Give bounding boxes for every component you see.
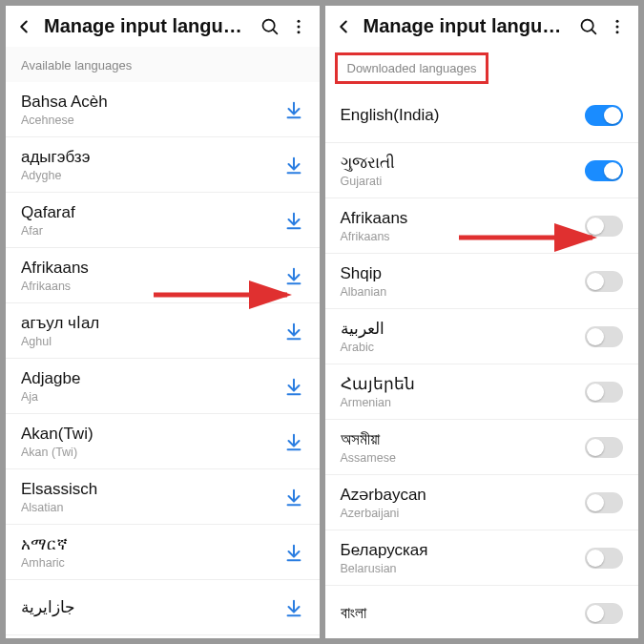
language-labels: AdjagbeAja: [21, 369, 283, 404]
download-icon[interactable]: [283, 542, 304, 563]
language-labels: ગુજરાતીGujarati: [341, 154, 586, 188]
language-secondary: Aghul: [21, 335, 283, 348]
language-primary: አማርኛ: [21, 535, 283, 554]
download-icon[interactable]: [283, 487, 304, 508]
list-item[interactable]: ՀայերենArmenian: [325, 364, 639, 420]
language-primary: агъул чӏал: [21, 313, 283, 333]
list-item[interactable]: አማርኛAmharic: [6, 525, 320, 580]
svg-line-1: [273, 30, 277, 33]
list-item[interactable]: العربيةArabic: [325, 309, 639, 364]
list-item[interactable]: AzərbaycanAzerbaijani: [325, 475, 639, 530]
language-labels: агъул чӏалAghul: [21, 313, 283, 348]
language-list-downloaded[interactable]: English(India)ગુજરાતીGujaratiAfrikaansAf…: [325, 88, 639, 638]
language-toggle[interactable]: [585, 437, 623, 458]
language-labels: QafarafAfar: [21, 203, 283, 238]
more-icon[interactable]: [289, 17, 308, 36]
language-toggle[interactable]: [585, 548, 623, 569]
language-primary: Հայերեն: [341, 374, 586, 394]
language-toggle[interactable]: [585, 382, 623, 403]
language-secondary: Adyghe: [21, 169, 283, 182]
list-item[interactable]: ShqipAlbanian: [325, 254, 639, 309]
list-item[interactable]: AfrikaansAfrikaans: [6, 248, 320, 303]
language-toggle[interactable]: [585, 326, 623, 347]
language-primary: адыгэбзэ: [21, 148, 283, 167]
list-item[interactable]: বাংলা: [325, 586, 639, 638]
language-toggle[interactable]: [585, 105, 623, 126]
language-secondary: Belarusian: [341, 562, 586, 575]
language-secondary: Afrikaans: [21, 280, 283, 293]
back-icon[interactable]: [13, 16, 34, 37]
language-toggle[interactable]: [585, 603, 623, 624]
language-labels: ՀայերենArmenian: [341, 374, 586, 409]
list-item[interactable]: QafarafAfar: [6, 193, 320, 248]
phone-right: Manage input langua… Downloaded language…: [325, 6, 639, 638]
list-item[interactable]: БеларускаяBelarusian: [325, 530, 639, 586]
list-item[interactable]: Bahsa AcèhAcehnese: [6, 82, 320, 137]
language-secondary: Aja: [21, 390, 283, 404]
language-secondary: Assamese: [341, 451, 586, 465]
svg-point-3: [297, 25, 300, 28]
back-icon[interactable]: [333, 16, 354, 37]
page-title: Manage input langua…: [44, 15, 250, 37]
appbar: Manage input langua…: [6, 6, 320, 47]
language-primary: Akan(Twi): [21, 425, 283, 444]
svg-point-29: [616, 25, 619, 28]
language-labels: AfrikaansAfrikaans: [341, 209, 586, 243]
list-item[interactable]: ગુજરાતીGujarati: [325, 143, 639, 198]
list-item[interactable]: অসমীয়াAssamese: [325, 420, 639, 475]
language-secondary: Amharic: [21, 556, 283, 570]
language-primary: Azərbaycan: [341, 485, 586, 505]
download-icon[interactable]: [283, 431, 304, 452]
more-icon[interactable]: [608, 17, 627, 36]
language-primary: বাংলা: [341, 604, 586, 623]
section-header-downloaded: Downloaded languages: [335, 52, 489, 84]
language-primary: Adjagbe: [21, 369, 283, 388]
language-labels: جازايرية: [21, 597, 283, 617]
list-item[interactable]: агъул чӏалAghul: [6, 303, 320, 359]
download-icon[interactable]: [283, 99, 304, 120]
language-secondary: Azerbaijani: [341, 507, 586, 520]
language-primary: جازايرية: [21, 597, 283, 617]
download-icon[interactable]: [283, 265, 304, 286]
download-icon[interactable]: [283, 321, 304, 342]
language-labels: ElsassischAlsatian: [21, 480, 283, 514]
svg-point-2: [297, 19, 300, 22]
language-primary: العربية: [341, 319, 586, 339]
phone-left: Manage input langua… Available languages…: [6, 6, 320, 638]
language-primary: ગુજરાતી: [341, 154, 586, 173]
language-labels: AfrikaansAfrikaans: [21, 259, 283, 293]
svg-point-30: [616, 31, 619, 33]
language-labels: ShqipAlbanian: [341, 264, 586, 299]
language-secondary: Albanian: [341, 285, 586, 299]
language-primary: Беларуская: [341, 541, 586, 560]
language-toggle[interactable]: [585, 216, 623, 237]
list-item[interactable]: ElsassischAlsatian: [6, 469, 320, 525]
svg-line-27: [592, 30, 595, 33]
language-toggle[interactable]: [585, 160, 623, 181]
svg-point-4: [297, 31, 300, 33]
download-icon[interactable]: [283, 376, 304, 397]
language-toggle[interactable]: [585, 271, 623, 292]
language-primary: Bahsa Acèh: [21, 93, 283, 112]
search-icon[interactable]: [578, 16, 598, 36]
language-primary: Shqip: [341, 264, 586, 283]
download-icon[interactable]: [283, 210, 304, 231]
list-item[interactable]: AdjagbeAja: [6, 359, 320, 414]
list-item[interactable]: адыгэбзэAdyghe: [6, 137, 320, 193]
language-labels: Akan(Twi)Akan (Twi): [21, 425, 283, 459]
language-list-available[interactable]: Bahsa AcèhAcehneseадыгэбзэAdygheQafarafA…: [6, 82, 320, 638]
language-primary: Afrikaans: [21, 259, 283, 278]
language-labels: адыгэбзэAdyghe: [21, 148, 283, 182]
language-toggle[interactable]: [585, 492, 623, 513]
list-item[interactable]: جازايرية: [6, 580, 320, 635]
download-icon[interactable]: [283, 597, 304, 618]
language-labels: العربيةArabic: [341, 319, 586, 354]
language-secondary: Afar: [21, 224, 283, 238]
language-labels: Bahsa AcèhAcehnese: [21, 93, 283, 127]
language-secondary: Afrikaans: [341, 230, 586, 243]
list-item[interactable]: AfrikaansAfrikaans: [325, 198, 639, 254]
list-item[interactable]: Akan(Twi)Akan (Twi): [6, 414, 320, 469]
list-item[interactable]: English(India): [325, 88, 639, 143]
search-icon[interactable]: [260, 16, 280, 36]
download-icon[interactable]: [283, 155, 304, 176]
